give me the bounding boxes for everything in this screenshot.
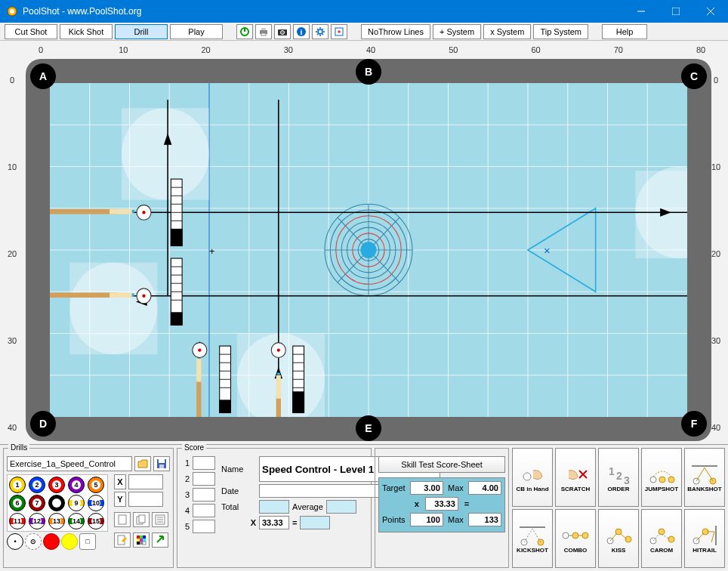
pocket-b[interactable]: B: [356, 59, 381, 85]
ball-10[interactable]: 10: [88, 495, 104, 511]
score-3-input[interactable]: [193, 488, 215, 502]
yellowball-icon[interactable]: [61, 533, 78, 550]
ball-9[interactable]: 9: [68, 495, 85, 511]
ball-2[interactable]: 2: [29, 477, 45, 493]
tip-system-button[interactable]: Tip System: [533, 24, 588, 39]
ball-14[interactable]: 14: [68, 513, 85, 529]
svg-text:×: ×: [544, 243, 551, 256]
pocket-a[interactable]: A: [30, 63, 56, 89]
bankshot-button[interactable]: BANKSHOT: [684, 448, 725, 507]
skill-box: Target3.00Max4.00 x33.33= Points100Max13…: [378, 477, 505, 532]
settings-icon[interactable]: [312, 24, 329, 39]
score-4-input[interactable]: [193, 504, 215, 517]
power-icon[interactable]: [236, 24, 253, 39]
copy-icon[interactable]: [133, 512, 150, 527]
svg-rect-9: [261, 28, 266, 30]
max2-value: 133: [468, 513, 501, 526]
y-label: Y: [114, 492, 126, 507]
drill-button[interactable]: Drill: [115, 24, 168, 39]
pocket-e[interactable]: E: [356, 415, 381, 441]
svg-rect-139: [143, 539, 146, 542]
svg-rect-137: [137, 539, 140, 542]
svg-rect-140: [137, 542, 140, 545]
target-value: 3.00: [410, 481, 443, 495]
order-button[interactable]: 123ORDER: [598, 448, 639, 507]
open-folder-icon[interactable]: [134, 456, 151, 471]
pocket-c[interactable]: C: [681, 63, 707, 89]
ball-6[interactable]: 6: [9, 495, 26, 511]
arrow-up-icon[interactable]: [152, 532, 168, 548]
ball-12[interactable]: 12: [29, 513, 45, 529]
cueball-2: [137, 289, 151, 304]
list-icon[interactable]: [152, 512, 168, 527]
window-title: PoolShot - www.PoolShot.org: [23, 6, 141, 17]
ball-7[interactable]: 7: [29, 495, 45, 511]
plus-system-button[interactable]: + System: [433, 24, 481, 39]
ball-4[interactable]: 4: [68, 477, 85, 493]
svg-line-23: [317, 33, 319, 35]
nothrow-lines-button[interactable]: NoThrow Lines: [361, 24, 430, 39]
kick-shot-button[interactable]: Kick Shot: [60, 24, 113, 39]
svg-rect-79: [110, 292, 134, 298]
svg-rect-117: [293, 392, 304, 413]
ball-3[interactable]: 3: [48, 477, 65, 493]
info-icon[interactable]: i: [293, 24, 310, 39]
help-button[interactable]: Help: [602, 24, 647, 39]
titlebar: PoolShot - www.PoolShot.org: [0, 0, 728, 23]
edit-icon[interactable]: [114, 532, 131, 548]
minimize-button[interactable]: [624, 0, 659, 23]
ball-15[interactable]: 15: [88, 513, 104, 529]
skill-test-button[interactable]: Skill Test Score-Sheet: [378, 456, 505, 473]
cloth[interactable]: × +: [50, 83, 687, 417]
svg-rect-77: [132, 210, 134, 213]
x-input[interactable]: [128, 474, 163, 489]
maximize-button[interactable]: [659, 0, 693, 23]
scratch-button[interactable]: SCRATCH: [555, 448, 596, 507]
score-2-input[interactable]: [193, 472, 215, 486]
svg-rect-3: [672, 8, 680, 15]
ghostball-icon[interactable]: ⊙: [25, 533, 42, 550]
app-icon: [6, 5, 18, 17]
pocket-f[interactable]: F: [681, 411, 707, 437]
ball-5[interactable]: 5: [88, 477, 104, 493]
ball-palette: 123456789101112131415: [7, 474, 108, 532]
svg-rect-76: [110, 209, 134, 215]
redball-icon[interactable]: [43, 533, 60, 550]
cb-in-hand-button[interactable]: CB in Hand: [512, 448, 553, 507]
color-grid-icon[interactable]: [133, 532, 150, 548]
new-page-icon[interactable]: [114, 512, 131, 527]
ball-11[interactable]: 11: [9, 513, 26, 529]
print-icon[interactable]: [255, 24, 272, 39]
ball-13[interactable]: 13: [48, 513, 65, 529]
hitrail-button[interactable]: HITRAIL: [684, 509, 725, 568]
score-1-input[interactable]: [193, 456, 215, 470]
cut-shot-button[interactable]: Cut Shot: [5, 24, 57, 39]
kiss-button[interactable]: KISS: [598, 509, 639, 568]
jumpshot-button[interactable]: JUMPSHOT: [641, 448, 682, 507]
score-5-input[interactable]: [193, 520, 215, 533]
speed-gauge: [293, 346, 304, 412]
camera-icon[interactable]: [274, 24, 291, 39]
y-axis-labels-left: 010203040: [5, 76, 20, 432]
close-button[interactable]: [693, 0, 728, 23]
kickshot-button[interactable]: KICKSHOT: [512, 509, 553, 568]
pool-table[interactable]: × +: [26, 59, 711, 441]
speed-gauge: [220, 346, 231, 412]
marker-icon[interactable]: □: [79, 533, 96, 550]
x-axis-labels: 01020304050607080: [33, 45, 708, 54]
save-icon[interactable]: [153, 456, 170, 471]
carom-button[interactable]: CAROM: [641, 509, 682, 568]
svg-point-157: [572, 532, 578, 539]
combo-button[interactable]: COMBO: [555, 509, 596, 568]
x-system-button[interactable]: x System: [483, 24, 531, 39]
pocket-d[interactable]: D: [30, 411, 56, 437]
cueball-icon[interactable]: •: [7, 533, 23, 550]
ball-8[interactable]: 8: [48, 495, 65, 511]
svg-point-49: [122, 108, 209, 200]
play-button[interactable]: Play: [170, 24, 223, 39]
exercise-name-input[interactable]: [7, 456, 132, 471]
y-input[interactable]: [128, 492, 163, 507]
export-icon[interactable]: [331, 24, 347, 39]
svg-text:3: 3: [624, 474, 630, 486]
ball-1[interactable]: 1: [9, 477, 26, 493]
